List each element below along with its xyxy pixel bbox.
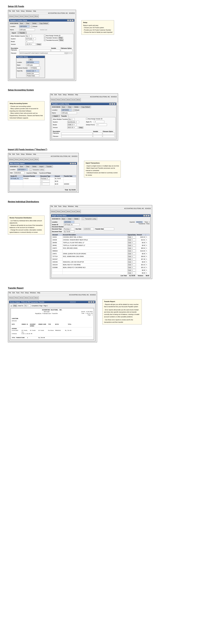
amount-12[interactable]: $0.00 [137, 269, 146, 272]
icon-gllink[interactable]: GLLink [29, 14, 34, 18]
amount-0[interactable]: $443.34 [137, 236, 146, 238]
due-date-input-4[interactable] [83, 228, 94, 230]
acct-2[interactable]: 384958 [52, 241, 63, 244]
icon2-poslink[interactable]: POSLink [51, 98, 56, 101]
nav4-back[interactable]: ◄ [52, 218, 54, 220]
nav-first[interactable]: |◄ [14, 22, 16, 24]
amount-1[interactable]: $14.61 [137, 238, 146, 241]
tab-transfer-1[interactable]: Transfer [18, 32, 27, 34]
icon2-gllink[interactable]: GLLink [71, 98, 76, 101]
tab2-import[interactable]: Import [52, 115, 59, 117]
clear-btn-2[interactable]: Clear [67, 106, 73, 108]
save-btn-4[interactable]: Save [61, 218, 66, 220]
typical-1[interactable]: Debit [127, 238, 137, 241]
win2-maximize[interactable]: □ [111, 103, 113, 105]
doc-type-dropdown-2[interactable] [40, 183, 50, 185]
pathname-option-2[interactable] [103, 132, 115, 135]
typical-dropdown-3[interactable]: Debit [128, 244, 136, 246]
icon-poslink[interactable]: POSLink [9, 14, 14, 18]
menu-file[interactable]: File [9, 10, 11, 12]
icon-prlink[interactable]: PRLink [14, 14, 19, 18]
clear-btn-4[interactable]: Clear [67, 218, 73, 220]
amount-4[interactable]: $83.54 [137, 247, 146, 250]
nav3-new[interactable]: + [16, 166, 18, 167]
location-input-1[interactable] [19, 25, 30, 28]
icon5-aplink[interactable]: APLink [19, 296, 24, 300]
icon4-aplink[interactable]: APLink [61, 210, 66, 213]
clear-btn-1[interactable]: Clear [25, 22, 30, 24]
browse-btn-1[interactable]: ... [65, 52, 68, 54]
amount-13[interactable]: $0.00 [137, 272, 146, 274]
menu3-windows[interactable]: Windows [26, 154, 32, 155]
nav3-end[interactable]: |► [14, 166, 16, 167]
win3-close[interactable]: × [74, 163, 76, 164]
ps-name-input[interactable] [26, 64, 39, 66]
edit-13[interactable]: ✎ [146, 272, 150, 274]
menu4-help[interactable]: Help [75, 206, 78, 207]
amount-5[interactable]: $116.82 [137, 250, 146, 252]
edit-12[interactable]: ✎ [146, 269, 150, 272]
default-terms-dropdown-2[interactable] [96, 124, 107, 126]
amount-9[interactable]: $0.00 [137, 260, 146, 264]
icon2-arlink[interactable]: ARLink [66, 98, 71, 101]
win2-close[interactable]: × [114, 103, 116, 105]
menu3-file[interactable]: File [9, 154, 11, 155]
typical-13[interactable]: Debit [127, 272, 137, 274]
delete-btn-3[interactable]: Delete [31, 166, 38, 168]
filename-cb[interactable] [68, 52, 70, 54]
icon5-prlink[interactable]: PRLink [14, 296, 19, 300]
icon5-brlink[interactable]: BRLink [34, 296, 39, 300]
acct-8[interactable]: 9431547 [52, 258, 63, 260]
apply-to-dropdown-2[interactable] [94, 121, 104, 123]
typical-dropdown-4[interactable]: Debit [128, 247, 136, 249]
typical-dropdown-7[interactable]: Debit [128, 255, 136, 258]
typical-dropdown-2[interactable]: Debit [128, 242, 136, 244]
setup-btn-left-2[interactable]: Setup [78, 126, 83, 128]
win2-minimize[interactable]: _ [109, 103, 111, 105]
icon5-gllink[interactable]: GLLink [29, 296, 34, 300]
win-maximize-1[interactable]: □ [69, 20, 71, 21]
filename-option-2[interactable] [103, 135, 115, 138]
win4-minimize[interactable]: _ [143, 215, 145, 216]
acct-4[interactable]: 234873 [52, 247, 63, 250]
typical-dropdown-10[interactable]: Debit [128, 264, 136, 266]
typical-dropdown-1[interactable]: Debit [128, 239, 136, 241]
menu5-help[interactable]: Help [37, 292, 40, 294]
typical-dropdown-6[interactable]: Debit [128, 252, 136, 255]
acct-6[interactable]: 234871 [52, 252, 63, 255]
amount-3[interactable]: $0.00 [137, 244, 146, 247]
typical-2[interactable]: Debit [127, 241, 137, 244]
amount-10[interactable]: $23.15 [137, 264, 146, 266]
name-input-2[interactable] [61, 112, 77, 114]
menu5-windows[interactable]: Windows [30, 292, 36, 294]
setup-btn-ta-1[interactable]: Setup [59, 39, 64, 41]
menu2-help[interactable]: Help [75, 94, 78, 96]
model-dropdown-1[interactable] [25, 40, 33, 43]
typical-6[interactable]: Debit [127, 252, 137, 255]
table-row[interactable]: US Foods, Inc. 5783325 Purchase $1,719.0… [10, 177, 76, 180]
icon3-prlink[interactable]: PRLink [14, 158, 19, 161]
win-minimize-1[interactable]: _ [67, 20, 69, 21]
setup-btn-tv-1[interactable]: Setup [58, 37, 63, 39]
edit-5[interactable]: ✎ [146, 250, 150, 252]
ok-btn-1[interactable]: Ok [28, 58, 33, 60]
nav-last[interactable]: ►| [16, 22, 18, 24]
typical-dropdown-0[interactable]: Debit [128, 236, 136, 238]
icon3-aplink[interactable]: APLink [19, 158, 24, 161]
menu4-file[interactable]: File [51, 206, 53, 207]
amount-2[interactable]: $0.00 [137, 241, 146, 244]
icon-brlink[interactable]: BRLink [34, 14, 39, 18]
menu5-tools[interactable]: Tools [16, 292, 19, 294]
menu-windows[interactable]: Windows [26, 10, 32, 12]
ps-invoice-line-opt[interactable]: Invoice Line [26, 72, 39, 74]
menu5-setup[interactable]: Setup [25, 292, 29, 294]
win3-minimize[interactable]: _ [70, 163, 72, 164]
version-dropdown-1[interactable]: 1.31.76 [25, 43, 36, 46]
delete-btn-2[interactable]: Delete [73, 106, 80, 108]
menu2-setup[interactable]: Setup [63, 94, 66, 96]
print-btn-5[interactable]: Print [13, 305, 17, 307]
menu5-find[interactable]: Find [21, 292, 23, 294]
icon2-aplink[interactable]: APLink [61, 98, 66, 101]
typical-dropdown-5[interactable]: Debit [128, 250, 136, 252]
doc-type-dropdown-1[interactable] [40, 180, 50, 182]
